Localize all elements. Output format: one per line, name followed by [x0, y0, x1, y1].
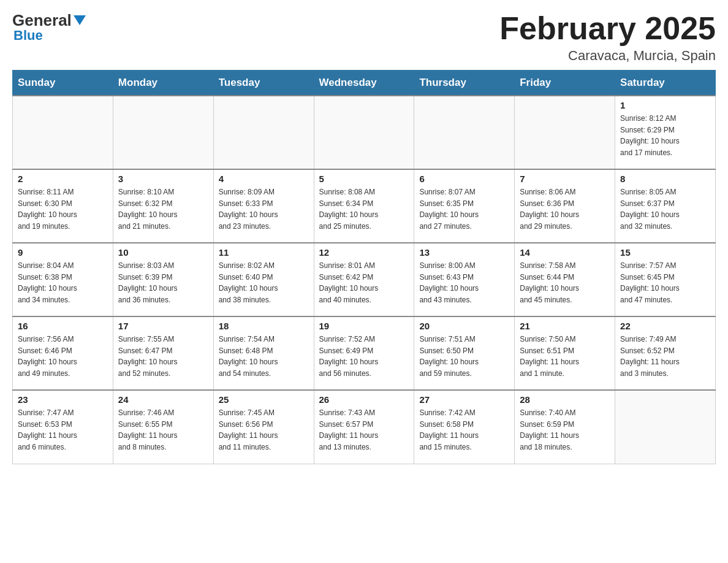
day-info: Sunrise: 7:46 AMSunset: 6:55 PMDaylight:…: [118, 407, 208, 453]
day-info: Sunrise: 7:42 AMSunset: 6:58 PMDaylight:…: [419, 407, 509, 453]
calendar-cell: 26Sunrise: 7:43 AMSunset: 6:57 PMDayligh…: [314, 390, 414, 464]
calendar-cell: 28Sunrise: 7:40 AMSunset: 6:59 PMDayligh…: [515, 390, 615, 464]
calendar-cell: 3Sunrise: 8:10 AMSunset: 6:32 PMDaylight…: [113, 169, 213, 243]
day-number: 21: [520, 321, 610, 331]
month-title: February 2025: [499, 12, 716, 44]
day-info: Sunrise: 7:55 AMSunset: 6:47 PMDaylight:…: [118, 334, 208, 379]
calendar-cell: 20Sunrise: 7:51 AMSunset: 6:50 PMDayligh…: [414, 316, 515, 390]
calendar-cell: [414, 96, 515, 169]
calendar-cell: 23Sunrise: 7:47 AMSunset: 6:53 PMDayligh…: [13, 390, 113, 464]
day-info: Sunrise: 8:08 AMSunset: 6:34 PMDaylight:…: [319, 186, 409, 232]
col-monday: Monday: [113, 71, 213, 96]
calendar-cell: 27Sunrise: 7:42 AMSunset: 6:58 PMDayligh…: [414, 390, 515, 464]
calendar-table: Sunday Monday Tuesday Wednesday Thursday…: [12, 70, 716, 464]
day-info: Sunrise: 8:09 AMSunset: 6:33 PMDaylight:…: [219, 186, 309, 232]
calendar-cell: 18Sunrise: 7:54 AMSunset: 6:48 PMDayligh…: [213, 316, 314, 390]
calendar-cell: 24Sunrise: 7:46 AMSunset: 6:55 PMDayligh…: [113, 390, 213, 464]
calendar-cell: [314, 96, 414, 169]
week-row-4: 16Sunrise: 7:56 AMSunset: 6:46 PMDayligh…: [13, 316, 716, 390]
day-number: 12: [319, 247, 409, 258]
day-info: Sunrise: 8:04 AMSunset: 6:38 PMDaylight:…: [18, 260, 108, 305]
calendar-cell: 8Sunrise: 8:05 AMSunset: 6:37 PMDaylight…: [615, 169, 716, 243]
week-row-5: 23Sunrise: 7:47 AMSunset: 6:53 PMDayligh…: [13, 390, 716, 464]
day-info: Sunrise: 7:57 AMSunset: 6:45 PMDaylight:…: [620, 260, 710, 305]
col-sunday: Sunday: [13, 71, 113, 96]
day-number: 6: [419, 174, 509, 184]
calendar-cell: 10Sunrise: 8:03 AMSunset: 6:39 PMDayligh…: [113, 243, 213, 316]
col-saturday: Saturday: [615, 71, 716, 96]
day-info: Sunrise: 8:11 AMSunset: 6:30 PMDaylight:…: [18, 186, 108, 232]
calendar-cell: [213, 96, 314, 169]
day-info: Sunrise: 7:49 AMSunset: 6:52 PMDaylight:…: [620, 334, 710, 379]
calendar-cell: 5Sunrise: 8:08 AMSunset: 6:34 PMDaylight…: [314, 169, 414, 243]
day-number: 28: [520, 394, 610, 405]
day-number: 11: [219, 247, 309, 258]
col-friday: Friday: [515, 71, 615, 96]
day-info: Sunrise: 7:45 AMSunset: 6:56 PMDaylight:…: [219, 407, 309, 453]
day-number: 2: [18, 174, 108, 184]
day-info: Sunrise: 7:47 AMSunset: 6:53 PMDaylight:…: [18, 407, 108, 453]
page-header: General Blue February 2025 Caravaca, Mur…: [12, 12, 716, 64]
calendar-cell: 15Sunrise: 7:57 AMSunset: 6:45 PMDayligh…: [615, 243, 716, 316]
day-number: 22: [620, 321, 710, 331]
day-info: Sunrise: 8:00 AMSunset: 6:43 PMDaylight:…: [419, 260, 509, 305]
calendar-cell: 4Sunrise: 8:09 AMSunset: 6:33 PMDaylight…: [213, 169, 314, 243]
calendar-cell: 14Sunrise: 7:58 AMSunset: 6:44 PMDayligh…: [515, 243, 615, 316]
calendar-cell: 7Sunrise: 8:06 AMSunset: 6:36 PMDaylight…: [515, 169, 615, 243]
calendar-cell: [13, 96, 113, 169]
calendar-cell: 25Sunrise: 7:45 AMSunset: 6:56 PMDayligh…: [213, 390, 314, 464]
day-number: 8: [620, 174, 710, 184]
day-info: Sunrise: 8:10 AMSunset: 6:32 PMDaylight:…: [118, 186, 208, 232]
day-number: 10: [118, 247, 208, 258]
day-number: 4: [219, 174, 309, 184]
day-number: 17: [118, 321, 208, 331]
day-info: Sunrise: 8:01 AMSunset: 6:42 PMDaylight:…: [319, 260, 409, 305]
col-wednesday: Wednesday: [314, 71, 414, 96]
calendar-cell: [113, 96, 213, 169]
logo-general-text: General: [12, 12, 86, 28]
day-info: Sunrise: 8:03 AMSunset: 6:39 PMDaylight:…: [118, 260, 208, 305]
day-number: 3: [118, 174, 208, 184]
calendar-cell: 19Sunrise: 7:52 AMSunset: 6:49 PMDayligh…: [314, 316, 414, 390]
logo-triangle-icon: [74, 15, 86, 25]
day-number: 7: [520, 174, 610, 184]
location: Caravaca, Murcia, Spain: [499, 48, 716, 64]
day-number: 25: [219, 394, 309, 405]
week-row-1: 1Sunrise: 8:12 AMSunset: 6:29 PMDaylight…: [13, 96, 716, 169]
day-info: Sunrise: 7:54 AMSunset: 6:48 PMDaylight:…: [219, 334, 309, 379]
day-info: Sunrise: 8:02 AMSunset: 6:40 PMDaylight:…: [219, 260, 309, 305]
day-number: 23: [18, 394, 108, 405]
day-info: Sunrise: 7:51 AMSunset: 6:50 PMDaylight:…: [419, 334, 509, 379]
day-number: 13: [419, 247, 509, 258]
day-info: Sunrise: 7:40 AMSunset: 6:59 PMDaylight:…: [520, 407, 610, 453]
calendar-cell: 22Sunrise: 7:49 AMSunset: 6:52 PMDayligh…: [615, 316, 716, 390]
day-info: Sunrise: 7:50 AMSunset: 6:51 PMDaylight:…: [520, 334, 610, 379]
col-thursday: Thursday: [414, 71, 515, 96]
day-info: Sunrise: 8:05 AMSunset: 6:37 PMDaylight:…: [620, 186, 710, 232]
calendar-cell: 17Sunrise: 7:55 AMSunset: 6:47 PMDayligh…: [113, 316, 213, 390]
col-tuesday: Tuesday: [213, 71, 314, 96]
day-number: 27: [419, 394, 509, 405]
week-row-3: 9Sunrise: 8:04 AMSunset: 6:38 PMDaylight…: [13, 243, 716, 316]
logo-blue-text: Blue: [13, 28, 43, 43]
calendar-cell: 12Sunrise: 8:01 AMSunset: 6:42 PMDayligh…: [314, 243, 414, 316]
day-number: 18: [219, 321, 309, 331]
day-number: 15: [620, 247, 710, 258]
week-row-2: 2Sunrise: 8:11 AMSunset: 6:30 PMDaylight…: [13, 169, 716, 243]
title-block: February 2025 Caravaca, Murcia, Spain: [499, 12, 716, 64]
calendar-cell: [515, 96, 615, 169]
day-info: Sunrise: 7:56 AMSunset: 6:46 PMDaylight:…: [18, 334, 108, 379]
day-number: 19: [319, 321, 409, 331]
day-number: 20: [419, 321, 509, 331]
day-number: 5: [319, 174, 409, 184]
day-info: Sunrise: 7:58 AMSunset: 6:44 PMDaylight:…: [520, 260, 610, 305]
day-number: 26: [319, 394, 409, 405]
calendar-cell: 21Sunrise: 7:50 AMSunset: 6:51 PMDayligh…: [515, 316, 615, 390]
day-info: Sunrise: 7:43 AMSunset: 6:57 PMDaylight:…: [319, 407, 409, 453]
calendar-header-row: Sunday Monday Tuesday Wednesday Thursday…: [13, 71, 716, 96]
logo: General Blue: [12, 12, 86, 43]
calendar-cell: 1Sunrise: 8:12 AMSunset: 6:29 PMDaylight…: [615, 96, 716, 169]
day-number: 14: [520, 247, 610, 258]
day-number: 16: [18, 321, 108, 331]
day-info: Sunrise: 8:12 AMSunset: 6:29 PMDaylight:…: [620, 113, 710, 158]
